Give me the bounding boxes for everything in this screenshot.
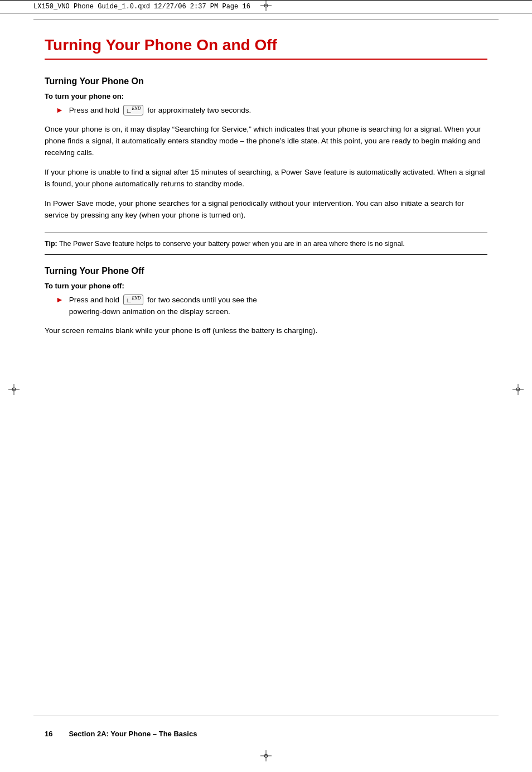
end-key-icon-on: ∟END [123,105,144,115]
bullet-item-on: ► Press and hold ∟END for approximately … [56,105,487,116]
section-on-para3: In Power Save mode, your phone searches … [45,198,487,221]
tip-body: The Power Save feature helps to conserve… [57,240,405,248]
footer-section-label: Section 2A: Your Phone – The Basics [69,730,197,738]
section-off-heading: Turning Your Phone Off [45,266,487,276]
bullet-on-suffix: for approximately two seconds. [147,106,251,114]
section-off-sub-instruction: To turn your phone off: [45,282,487,290]
bottom-crosshair [260,750,272,764]
footer-page-num: 16 [45,730,52,738]
tip-label: Tip: [45,240,57,248]
bullet-text-on: Press and hold ∟END for approximately tw… [69,105,251,116]
footer-content: 16 Section 2A: Your Phone – The Basics [45,730,197,738]
top-crosshair [260,0,272,13]
tip-box: Tip: The Power Save feature helps to con… [45,233,487,255]
bullet-off-prefix: Press and hold [69,296,119,304]
bullet-off-suffix: for two seconds until you see the [147,296,257,304]
tip-text: Tip: The Power Save feature helps to con… [45,239,487,249]
header-file-info: LX150_VNO Phone Guide_1.0.qxd 12/27/06 2… [33,3,250,11]
bullet-arrow-off: ► [56,295,64,304]
bullet-arrow-on: ► [56,105,64,114]
left-crosshair [8,384,20,397]
footer-spacer [55,730,67,738]
section-on-heading: Turning Your Phone On [45,76,487,86]
section-phone-off: Turning Your Phone Off To turn your phon… [45,266,487,336]
section-on-sub-instruction: To turn your phone on: [45,92,487,100]
bottom-rule [33,716,499,716]
bullet-off-line2: powering-down animation on the display s… [69,306,257,317]
right-crosshair [512,384,524,397]
end-key-icon-off: ∟END [123,295,144,305]
bullet-on-prefix: Press and hold [69,106,119,114]
page-container: LX150_VNO Phone Guide_1.0.qxd 12/27/06 2… [0,0,532,772]
page-title: Turning Your Phone On and Off [45,36,487,60]
section-off-para1: Your screen remains blank while your pho… [45,325,487,337]
bullet-item-off: ► Press and hold ∟END for two seconds un… [56,295,487,317]
bullet-text-off: Press and hold ∟END for two seconds unti… [69,295,257,317]
section-on-para1: Once your phone is on, it may display “S… [45,124,487,159]
section-phone-on: Turning Your Phone On To turn your phone… [45,76,487,255]
main-content: Turning Your Phone On and Off Turning Yo… [0,20,532,378]
section-on-para2: If your phone is unable to find a signal… [45,167,487,190]
footer: 16 Section 2A: Your Phone – The Basics [0,728,532,739]
